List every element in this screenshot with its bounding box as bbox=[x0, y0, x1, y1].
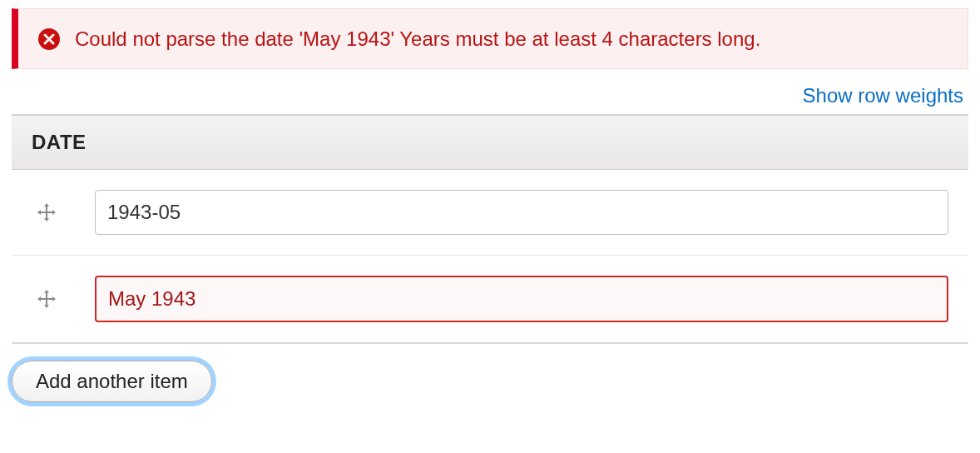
date-table: DATE bbox=[12, 114, 968, 344]
error-icon bbox=[38, 28, 60, 50]
drag-handle-icon[interactable] bbox=[32, 201, 62, 224]
column-header-date: DATE bbox=[12, 116, 968, 169]
add-another-item-button[interactable]: Add another item bbox=[12, 361, 212, 402]
drag-handle-icon[interactable] bbox=[32, 287, 62, 311]
table-row bbox=[12, 170, 968, 256]
show-row-weights-link[interactable]: Show row weights bbox=[803, 84, 963, 107]
error-message: Could not parse the date 'May 1943' Year… bbox=[75, 26, 760, 52]
date-input[interactable] bbox=[95, 190, 948, 235]
table-row bbox=[12, 256, 968, 343]
date-input[interactable] bbox=[95, 276, 948, 322]
error-banner: Could not parse the date 'May 1943' Year… bbox=[12, 8, 968, 69]
